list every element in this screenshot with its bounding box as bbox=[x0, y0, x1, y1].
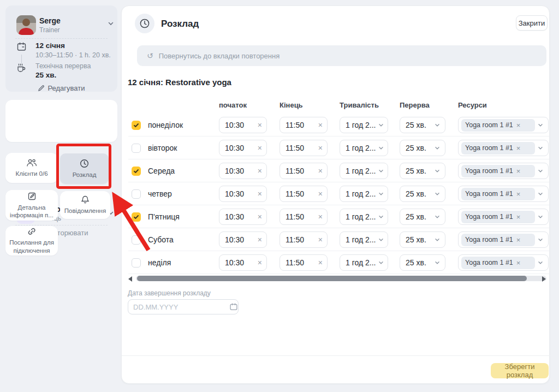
banner-text: Повернутись до вкладки повторення bbox=[159, 52, 280, 60]
start-time-input[interactable]: 10:30× bbox=[219, 163, 267, 179]
remove-resource-icon[interactable]: × bbox=[516, 213, 521, 221]
chevron-down-icon[interactable] bbox=[107, 20, 115, 27]
save-schedule-button[interactable]: Зберегти розклад bbox=[491, 363, 549, 378]
sidebar-tab-details[interactable]: Детальна інформація п... bbox=[5, 190, 58, 221]
resource-select[interactable]: Yoga room 1 #1× bbox=[458, 140, 549, 156]
clear-icon[interactable]: × bbox=[318, 212, 323, 221]
duration-select[interactable]: 1 год 2... bbox=[340, 186, 388, 202]
remove-resource-icon[interactable]: × bbox=[516, 121, 521, 129]
resource-select[interactable]: Yoga room 1 #1× bbox=[458, 163, 549, 179]
day-checkbox[interactable] bbox=[132, 212, 141, 222]
day-checkbox[interactable] bbox=[132, 144, 141, 153]
duration-select[interactable]: 1 год 2... bbox=[340, 231, 388, 248]
day-checkbox[interactable] bbox=[132, 167, 141, 176]
end-time-input[interactable]: 11:50× bbox=[280, 254, 328, 271]
edit-button[interactable]: Редагувати bbox=[5, 84, 117, 92]
break-select[interactable]: 25 хв. bbox=[400, 186, 445, 202]
duration-select[interactable]: 1 год 2... bbox=[340, 209, 388, 225]
break-select[interactable]: 25 хв. bbox=[400, 163, 445, 179]
clear-icon[interactable]: × bbox=[258, 167, 262, 175]
clear-icon[interactable]: × bbox=[258, 121, 262, 129]
column-header-resources: Ресурси bbox=[458, 101, 487, 109]
clock-icon bbox=[135, 14, 154, 33]
day-checkbox[interactable] bbox=[132, 121, 141, 130]
chevron-down-icon bbox=[378, 145, 384, 151]
clear-icon[interactable]: × bbox=[318, 121, 323, 129]
break-select[interactable]: 25 хв. bbox=[400, 254, 445, 271]
end-time-input[interactable]: 11:50× bbox=[280, 117, 328, 133]
start-time-input[interactable]: 10:30× bbox=[219, 254, 267, 271]
resource-select[interactable]: Yoga room 1 #1× bbox=[458, 254, 549, 271]
end-time-input[interactable]: 11:50× bbox=[280, 231, 328, 248]
end-time-input[interactable]: 11:50× bbox=[280, 140, 328, 156]
schedule-panel: Розклад Закрити ↺ Повернутись до вкладки… bbox=[121, 5, 550, 384]
resource-select[interactable]: Yoga room 1 #1× bbox=[458, 117, 549, 133]
session-date: 12 січня bbox=[35, 41, 65, 50]
clear-icon[interactable]: × bbox=[258, 189, 262, 198]
resource-select[interactable]: Yoga room 1 #1× bbox=[458, 231, 549, 248]
start-time-input[interactable]: 10:30× bbox=[219, 186, 267, 202]
table-row: Субота10:30×11:50×1 год 2...25 хв.Yoga r… bbox=[128, 228, 549, 251]
session-time: 10:30–11:50 · 1 h. 20 хв. bbox=[35, 51, 111, 59]
end-time-input[interactable]: 11:50× bbox=[280, 209, 328, 225]
sidebar-tab-schedule[interactable]: Розклад bbox=[60, 153, 109, 184]
service-card: Restorative yoga 6 місць Не повторювати bbox=[5, 100, 117, 142]
start-time-input[interactable]: 10:30× bbox=[219, 231, 267, 248]
remove-resource-icon[interactable]: × bbox=[516, 236, 521, 244]
tech-break-value: 25 хв. bbox=[35, 71, 56, 79]
clear-icon[interactable]: × bbox=[258, 212, 262, 221]
duration-select[interactable]: 1 год 2... bbox=[340, 163, 388, 179]
day-checkbox[interactable] bbox=[132, 258, 141, 268]
remove-resource-icon[interactable]: × bbox=[516, 259, 521, 267]
break-select[interactable]: 25 хв. bbox=[400, 117, 445, 133]
break-select[interactable]: 25 хв. bbox=[400, 209, 445, 225]
start-time-input[interactable]: 10:30× bbox=[219, 117, 267, 133]
duration-select[interactable]: 1 год 2... bbox=[340, 140, 388, 156]
chevron-down-icon bbox=[378, 122, 384, 128]
clear-icon[interactable]: × bbox=[318, 235, 323, 244]
remove-resource-icon[interactable]: × bbox=[516, 190, 521, 198]
day-label: понеділок bbox=[148, 121, 183, 129]
end-date-input[interactable] bbox=[133, 303, 229, 311]
tab-label: Повідомлення bbox=[62, 207, 108, 215]
avatar bbox=[16, 15, 36, 35]
chevron-down-icon bbox=[537, 168, 544, 174]
close-button[interactable]: Закрити bbox=[516, 15, 548, 31]
sidebar-tab-clients[interactable]: Клієнти 0/6 bbox=[5, 153, 58, 183]
horizontal-scrollbar[interactable] bbox=[136, 276, 546, 281]
clear-icon[interactable]: × bbox=[258, 235, 262, 244]
end-time-input[interactable]: 11:50× bbox=[280, 163, 328, 179]
clear-icon[interactable]: × bbox=[318, 258, 323, 267]
break-select[interactable]: 25 хв. bbox=[400, 231, 445, 248]
clear-icon[interactable]: × bbox=[318, 144, 323, 152]
start-time-input[interactable]: 10:30× bbox=[219, 140, 267, 156]
clear-icon[interactable]: × bbox=[318, 167, 323, 175]
sidebar-tab-connection-link[interactable]: Посилання для підключення bbox=[5, 226, 58, 256]
clear-icon[interactable]: × bbox=[258, 258, 262, 267]
end-date-field[interactable] bbox=[128, 299, 239, 314]
day-checkbox[interactable] bbox=[132, 189, 141, 199]
duration-select[interactable]: 1 год 2... bbox=[340, 254, 388, 271]
clear-icon[interactable]: × bbox=[258, 144, 262, 152]
calendar-icon[interactable] bbox=[229, 302, 238, 311]
scroll-right-arrow[interactable] bbox=[542, 276, 546, 282]
column-header-duration: Тривалість bbox=[340, 101, 379, 109]
tab-label: Розклад bbox=[70, 171, 99, 179]
scrollbar-thumb[interactable] bbox=[137, 276, 527, 281]
break-select[interactable]: 25 хв. bbox=[400, 140, 445, 156]
resource-select[interactable]: Yoga room 1 #1× bbox=[458, 209, 549, 225]
resource-select[interactable]: Yoga room 1 #1× bbox=[458, 186, 549, 202]
clear-icon[interactable]: × bbox=[318, 189, 323, 198]
table-row: неділя10:30×11:50×1 год 2...25 хв.Yoga r… bbox=[128, 251, 549, 274]
remove-resource-icon[interactable]: × bbox=[516, 144, 521, 152]
tab-label: Детальна інформація п... bbox=[5, 204, 58, 219]
remove-resource-icon[interactable]: × bbox=[516, 167, 521, 175]
scroll-left-arrow[interactable] bbox=[128, 276, 132, 282]
end-time-input[interactable]: 11:50× bbox=[280, 186, 328, 202]
duration-select[interactable]: 1 год 2... bbox=[340, 117, 388, 133]
day-checkbox[interactable] bbox=[132, 235, 141, 245]
sidebar-tab-notifications[interactable]: Повідомлення bbox=[60, 191, 110, 219]
start-time-input[interactable]: 10:30× bbox=[219, 209, 267, 225]
return-banner[interactable]: ↺ Повернутись до вкладки повторення bbox=[137, 45, 546, 66]
chevron-down-icon bbox=[434, 236, 441, 243]
